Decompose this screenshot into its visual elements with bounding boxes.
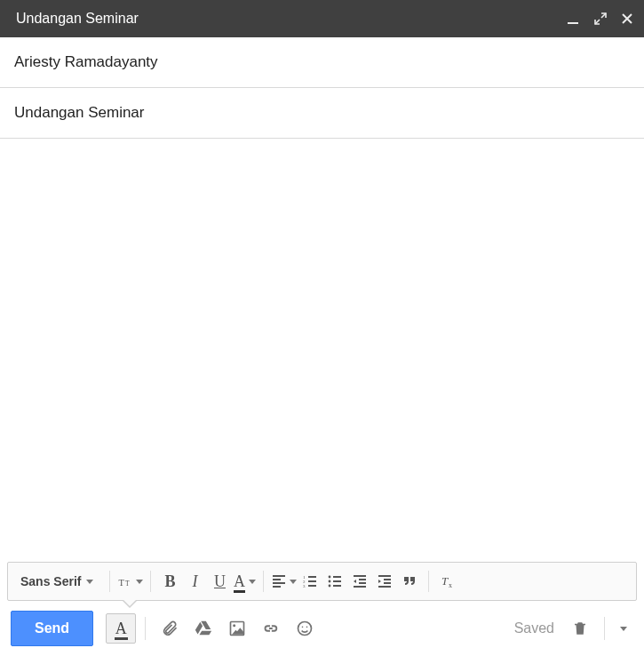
bullet-list-button[interactable] xyxy=(323,569,346,594)
svg-point-13 xyxy=(298,622,312,636)
insert-emoji-button[interactable] xyxy=(290,613,320,644)
insert-link-button[interactable] xyxy=(256,613,286,644)
bold-button[interactable]: B xyxy=(158,569,181,594)
caret-down-icon xyxy=(620,627,627,631)
attach-file-button[interactable] xyxy=(155,613,185,644)
close-icon[interactable] xyxy=(621,12,633,25)
send-button[interactable]: Send xyxy=(11,611,93,646)
separator xyxy=(604,617,605,640)
svg-point-12 xyxy=(233,624,235,627)
discard-draft-button[interactable] xyxy=(565,613,595,644)
format-toolbar-wrap: Sans Serif T T B I U A xyxy=(0,562,644,601)
caret-down-icon xyxy=(86,580,93,584)
font-family-label: Sans Serif xyxy=(20,574,81,588)
toggle-formatting-button[interactable]: A xyxy=(106,613,136,644)
to-field[interactable]: Ariesty Ramadayanty xyxy=(0,37,644,88)
numbered-list-button[interactable]: 123 xyxy=(298,569,322,594)
minimize-icon[interactable] xyxy=(568,12,580,25)
to-value: Ariesty Ramadayanty xyxy=(14,53,158,70)
separator xyxy=(109,571,110,592)
svg-text:T: T xyxy=(125,580,130,588)
insert-photo-button[interactable] xyxy=(222,613,252,644)
align-button[interactable] xyxy=(271,569,297,594)
italic-button[interactable]: I xyxy=(183,569,206,594)
svg-point-14 xyxy=(302,627,304,628)
underline-button[interactable]: U xyxy=(208,569,231,594)
font-family-select[interactable]: Sans Serif xyxy=(15,569,102,594)
saved-status: Saved xyxy=(514,620,554,636)
svg-point-6 xyxy=(329,576,331,579)
compose-action-bar: Send A Saved xyxy=(0,601,644,656)
text-color-button[interactable]: A xyxy=(233,569,256,594)
indent-more-button[interactable] xyxy=(373,569,396,594)
indent-less-button[interactable] xyxy=(348,569,371,594)
caret-down-icon xyxy=(249,580,256,584)
svg-rect-0 xyxy=(568,22,578,24)
svg-point-15 xyxy=(306,627,308,628)
remove-formatting-button[interactable]: Tx xyxy=(436,569,459,594)
separator xyxy=(428,571,429,592)
insert-drive-button[interactable] xyxy=(188,613,219,644)
svg-point-7 xyxy=(329,580,331,583)
subject-field[interactable]: Undangan Seminar xyxy=(0,88,644,139)
window-controls xyxy=(568,12,633,25)
compose-header: Undangan Seminar xyxy=(0,0,644,37)
expand-icon[interactable] xyxy=(594,12,607,25)
format-toolbar: Sans Serif T T B I U A xyxy=(7,562,637,601)
subject-value: Undangan Seminar xyxy=(14,104,144,121)
separator xyxy=(263,571,264,592)
caret-down-icon xyxy=(136,580,143,584)
separator xyxy=(150,571,151,592)
caret-down-icon xyxy=(290,580,297,584)
more-options-button[interactable] xyxy=(614,613,633,644)
svg-text:3: 3 xyxy=(303,584,306,588)
svg-point-8 xyxy=(329,585,331,588)
svg-text:T: T xyxy=(441,574,449,588)
svg-text:x: x xyxy=(449,581,452,589)
svg-text:T: T xyxy=(119,578,125,588)
separator xyxy=(145,617,146,640)
compose-title: Undangan Seminar xyxy=(16,11,568,27)
font-size-button[interactable]: T T xyxy=(117,569,143,594)
quote-button[interactable] xyxy=(398,569,421,594)
message-body[interactable] xyxy=(0,139,644,562)
